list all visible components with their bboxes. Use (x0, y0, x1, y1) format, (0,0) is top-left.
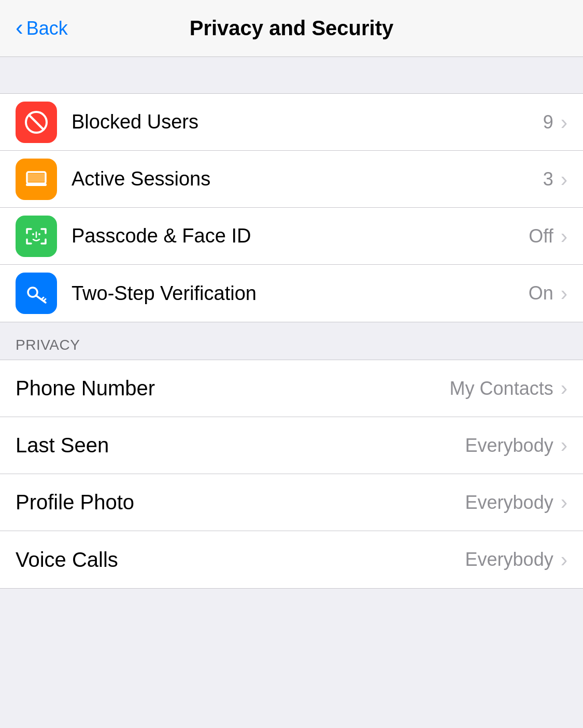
blocked-users-row[interactable]: Blocked Users 9 › (0, 94, 583, 151)
top-spacer (0, 57, 583, 93)
back-chevron-icon: ‹ (16, 16, 23, 39)
svg-rect-3 (26, 183, 47, 186)
active-sessions-icon (16, 159, 57, 200)
laptop-icon (24, 167, 49, 192)
privacy-section-header: PRIVACY (0, 322, 583, 360)
blocked-users-label: Blocked Users (72, 111, 543, 133)
phone-number-value: My Contacts (450, 378, 553, 399)
active-sessions-label: Active Sessions (72, 168, 543, 190)
svg-rect-4 (28, 174, 45, 182)
header: ‹ Back Privacy and Security (0, 0, 583, 57)
svg-line-10 (41, 297, 44, 299)
blocked-icon (24, 110, 49, 135)
two-step-verification-row[interactable]: Two-Step Verification On › (0, 265, 583, 322)
security-section: Blocked Users 9 › Active Sessions 3 › (0, 93, 583, 322)
two-step-value: On (529, 282, 553, 304)
blocked-users-chevron-icon: › (561, 112, 567, 133)
svg-point-5 (32, 233, 34, 235)
blocked-users-value: 9 (543, 111, 553, 133)
blocked-users-icon (16, 102, 57, 143)
last-seen-label: Last Seen (16, 434, 465, 457)
voice-calls-chevron-icon: › (561, 548, 567, 572)
back-label: Back (26, 18, 68, 39)
privacy-section-label: PRIVACY (16, 337, 80, 353)
page-title: Privacy and Security (190, 17, 394, 40)
passcode-faceid-chevron-icon: › (561, 226, 567, 247)
two-step-icon (16, 273, 57, 314)
active-sessions-row[interactable]: Active Sessions 3 › (0, 151, 583, 208)
svg-point-6 (38, 233, 40, 235)
passcode-faceid-label: Passcode & Face ID (72, 225, 529, 247)
profile-photo-value: Everybody (465, 492, 553, 513)
svg-line-1 (29, 115, 44, 130)
voice-calls-label: Voice Calls (16, 548, 465, 572)
faceid-icon (24, 224, 49, 249)
svg-line-11 (44, 299, 46, 301)
active-sessions-chevron-icon: › (561, 169, 567, 190)
privacy-section: Phone Number My Contacts › Last Seen Eve… (0, 360, 583, 589)
last-seen-chevron-icon: › (561, 434, 567, 457)
profile-photo-label: Profile Photo (16, 491, 465, 514)
last-seen-value: Everybody (465, 435, 553, 456)
phone-number-label: Phone Number (16, 377, 450, 400)
phone-number-chevron-icon: › (561, 377, 567, 400)
voice-calls-value: Everybody (465, 549, 553, 570)
two-step-chevron-icon: › (561, 283, 567, 304)
profile-photo-chevron-icon: › (561, 491, 567, 514)
passcode-faceid-value: Off (529, 225, 553, 247)
active-sessions-value: 3 (543, 168, 553, 190)
two-step-label: Two-Step Verification (72, 282, 529, 305)
voice-calls-row[interactable]: Voice Calls Everybody › (0, 531, 583, 588)
passcode-icon (16, 216, 57, 257)
key-icon (24, 281, 49, 306)
profile-photo-row[interactable]: Profile Photo Everybody › (0, 474, 583, 531)
phone-number-row[interactable]: Phone Number My Contacts › (0, 360, 583, 417)
passcode-faceid-row[interactable]: Passcode & Face ID Off › (0, 208, 583, 265)
last-seen-row[interactable]: Last Seen Everybody › (0, 417, 583, 474)
back-button[interactable]: ‹ Back (16, 18, 68, 39)
